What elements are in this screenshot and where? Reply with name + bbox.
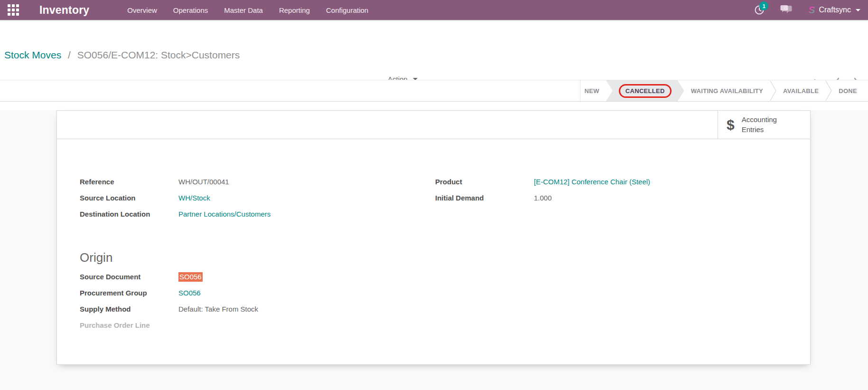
field-procurement-group: Procurement Group SO056	[80, 288, 810, 298]
control-panel: Stock Moves / SO056/E-COM12: Stock>Custo…	[0, 20, 868, 80]
status-step-available[interactable]: AVAILABLE	[777, 87, 825, 95]
field-label: Procurement Group	[80, 288, 178, 298]
chevron-down-icon	[856, 9, 860, 11]
main-menu: Overview Operations Master Data Reportin…	[127, 6, 368, 14]
field-destination-location: Destination Location Partner Locations/C…	[80, 209, 435, 219]
breadcrumb-stock-moves[interactable]: Stock Moves	[4, 49, 61, 60]
fields-left-column: Reference WH/OUT/00041 Source Location W…	[80, 177, 435, 226]
origin-section: Source Document SO056 Procurement Group …	[80, 272, 810, 330]
accounting-entries-label: Accounting Entries	[742, 115, 785, 134]
chevron-separator-icon	[769, 80, 777, 101]
field-label: Purchase Order Line	[80, 321, 178, 330]
activity-count-badge: 1	[759, 1, 768, 10]
fields-right-column: Product [E-COM12] Conference Chair (Stee…	[435, 177, 810, 209]
menu-master-data[interactable]: Master Data	[224, 6, 263, 14]
chevron-separator-icon	[825, 80, 832, 101]
field-label: Supply Method	[80, 304, 178, 314]
menu-configuration[interactable]: Configuration	[326, 6, 368, 14]
field-label: Source Document	[80, 272, 178, 282]
apps-grid-icon[interactable]	[8, 4, 19, 16]
field-product: Product [E-COM12] Conference Chair (Stee…	[435, 177, 810, 187]
field-value: WH/OUT/00041	[178, 177, 229, 187]
field-initial-demand: Initial Demand 1.000	[435, 193, 810, 203]
dollar-icon: $	[727, 117, 735, 133]
field-purchase-order-line: Purchase Order Line	[80, 321, 810, 330]
form-card: $ Accounting Entries Reference WH/OUT/00…	[56, 110, 811, 365]
field-value: 1.000	[534, 193, 552, 203]
destination-location-link[interactable]: Partner Locations/Customers	[178, 209, 271, 219]
statusbar-steps: NEW CANCELLED WAITING AVAILABILITY AVAIL…	[580, 80, 868, 101]
app-title[interactable]: Inventory	[39, 4, 89, 17]
button-box-bar: $ Accounting Entries	[57, 111, 810, 139]
source-document-value-selected: SO056	[178, 272, 203, 282]
menu-operations[interactable]: Operations	[173, 6, 208, 14]
status-step-new[interactable]: NEW	[579, 87, 606, 95]
field-label: Reference	[80, 177, 178, 187]
user-menu[interactable]: S Craftsync	[808, 5, 860, 15]
field-label: Initial Demand	[435, 193, 534, 203]
field-label: Destination Location	[80, 209, 178, 219]
status-step-cancelled[interactable]: CANCELLED	[606, 80, 684, 101]
procurement-group-link[interactable]: SO056	[178, 288, 201, 298]
field-reference: Reference WH/OUT/00041	[80, 177, 435, 187]
cancelled-highlight-ring: CANCELLED	[619, 84, 672, 98]
breadcrumb-separator: /	[68, 49, 71, 60]
inventory-stock-move-page: Inventory Overview Operations Master Dat…	[0, 0, 868, 390]
fields-grid: Reference WH/OUT/00041 Source Location W…	[80, 177, 810, 226]
form-sheet: Reference WH/OUT/00041 Source Location W…	[57, 139, 810, 330]
breadcrumb-current: SO056/E-COM12: Stock>Customers	[77, 49, 240, 60]
menu-reporting[interactable]: Reporting	[279, 6, 310, 14]
activity-clock-icon[interactable]: 1	[754, 5, 765, 15]
source-location-link[interactable]: WH/Stock	[178, 193, 210, 203]
statusbar: NEW CANCELLED WAITING AVAILABILITY AVAIL…	[0, 80, 868, 102]
breadcrumb: Stock Moves / SO056/E-COM12: Stock>Custo…	[4, 49, 240, 61]
top-navbar: Inventory Overview Operations Master Dat…	[0, 0, 868, 20]
messages-icon[interactable]	[780, 5, 793, 15]
accounting-entries-button[interactable]: $ Accounting Entries	[718, 111, 810, 139]
product-link[interactable]: [E-COM12] Conference Chair (Steel)	[534, 177, 650, 187]
status-step-waiting-availability[interactable]: WAITING AVAILABILITY	[685, 87, 769, 95]
status-step-done[interactable]: DONE	[832, 87, 863, 95]
company-logo-icon: S	[808, 5, 815, 15]
field-label: Source Location	[80, 193, 178, 203]
navbar-right: 1 S Craftsync	[754, 5, 860, 15]
field-label: Product	[435, 177, 534, 187]
field-supply-method: Supply Method Default: Take From Stock	[80, 304, 810, 314]
field-value: Default: Take From Stock	[178, 304, 258, 314]
content-area: $ Accounting Entries Reference WH/OUT/00…	[0, 110, 868, 390]
menu-overview[interactable]: Overview	[127, 6, 157, 14]
field-source-document: Source Document SO056	[80, 272, 810, 282]
user-name: Craftsync	[819, 6, 851, 14]
origin-heading: Origin	[80, 250, 810, 265]
field-source-location: Source Location WH/Stock	[80, 193, 435, 203]
